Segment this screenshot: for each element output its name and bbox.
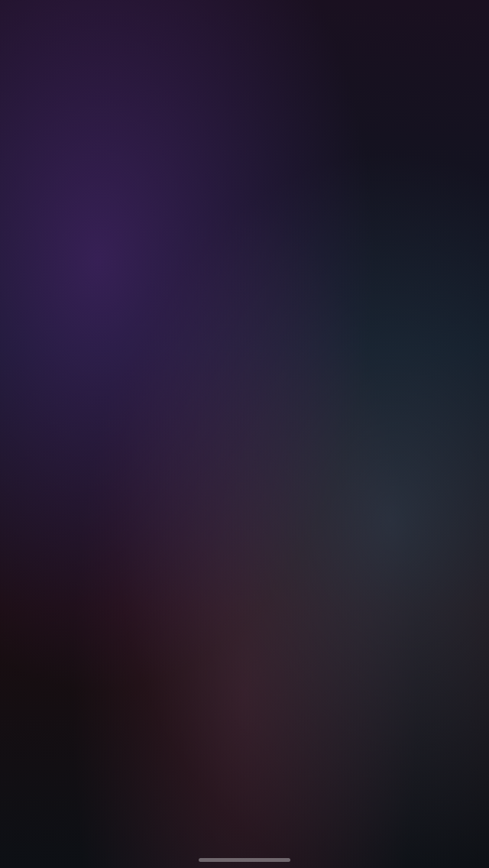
home-indicator[interactable] <box>199 858 290 862</box>
